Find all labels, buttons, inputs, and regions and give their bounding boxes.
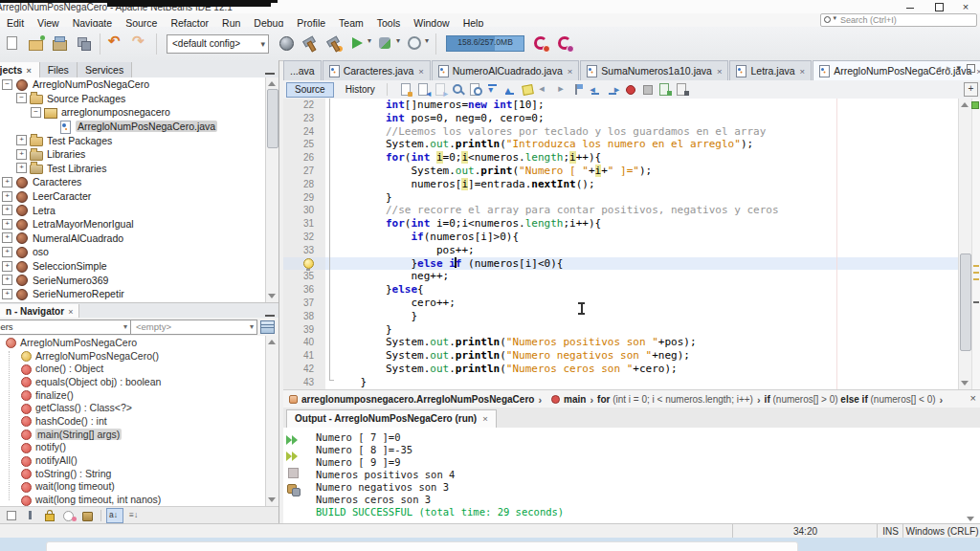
tree-item[interactable]: +Caracteres [0, 175, 265, 189]
tree-item[interactable]: +LeerCaracter [0, 189, 265, 204]
expand-icon[interactable]: + [16, 135, 27, 145]
search-input[interactable] [838, 14, 974, 26]
editor-tab[interactable]: ...ava [283, 60, 322, 80]
code-line[interactable]: 42 System.out.println("Numeros ceros son… [283, 363, 980, 376]
code-line[interactable]: 23 int pos=0, neg=0, cero=0; [283, 112, 980, 125]
scroll-down-icon[interactable] [967, 517, 974, 521]
scrollbar-thumb[interactable] [960, 253, 971, 351]
warning-mark[interactable] [973, 265, 979, 267]
line-number[interactable]: 35 [283, 270, 325, 283]
next-occurrence-icon[interactable] [485, 82, 500, 97]
left-tab-projects[interactable]: Projects× [0, 62, 40, 78]
start-macro-icon[interactable] [623, 82, 637, 97]
profile-project-icon[interactable] [406, 34, 429, 53]
scroll-down-icon[interactable] [268, 294, 276, 298]
tree-item[interactable]: +Letra [0, 203, 265, 217]
collapse-icon[interactable]: − [2, 79, 12, 90]
code-line[interactable]: 24 //Leemos los valores por teclado y lo… [283, 125, 980, 139]
code-panel[interactable]: 22 int[]numeros=new int[10];23 int pos=0… [283, 99, 980, 389]
profiler-snapshot-1-icon[interactable] [533, 34, 551, 53]
stop-icon[interactable] [285, 466, 301, 479]
line-number[interactable]: 22 [283, 99, 325, 112]
insert-mode[interactable]: INS [877, 524, 903, 539]
collapse-icon[interactable]: − [31, 107, 41, 118]
new-project-icon[interactable] [27, 34, 45, 53]
breadcrumb-item[interactable]: arreglonumposnegacero.ArregloNumPosNegaC… [301, 394, 534, 405]
code-line[interactable]: 30 //se recorre el array para contar pos… [283, 204, 980, 217]
expand-icon[interactable]: + [2, 219, 12, 230]
maximize-button[interactable] [928, 0, 949, 13]
debug-project-icon[interactable] [377, 34, 400, 53]
error-stripe[interactable] [971, 99, 980, 389]
code-line[interactable]: 32 if(numeros[i]>0){ [283, 231, 980, 244]
line-number[interactable]: 39 [283, 323, 325, 337]
find-icon[interactable] [451, 82, 465, 97]
maximize-editor-icon[interactable] [967, 64, 975, 73]
tree-item[interactable]: ArregloNumPosNegaCero.java [0, 120, 265, 134]
sort-alpha-icon[interactable] [106, 508, 123, 523]
stop-macro-icon[interactable] [640, 82, 655, 97]
tree-item[interactable]: +SerieNumeroRepetir [0, 287, 265, 301]
close-tab-icon[interactable]: × [568, 66, 573, 77]
globe-icon[interactable] [278, 34, 296, 53]
tree-item[interactable]: −ArregloNumPosNegaCero [0, 77, 265, 92]
code-line[interactable]: 37 cero++; [283, 297, 980, 310]
breadcrumb-item[interactable]: if (numeros[] > 0) else if (numeros[] < … [765, 394, 936, 405]
close-tab-icon[interactable]: × [418, 66, 424, 77]
title-bar[interactable]: ArregloNumPosNegaCero - Apache NetBeans … [0, 0, 980, 14]
run-project-icon[interactable] [349, 34, 371, 53]
filter-combobox[interactable]: <empty> [130, 320, 257, 335]
navigator-member[interactable]: ArregloNumPosNegaCero() [0, 349, 265, 363]
line-number[interactable]: 41 [283, 349, 325, 363]
line-number[interactable]: 26 [283, 151, 325, 165]
output-panel[interactable]: Numero [ 7 ]=0Numero [ 8 ]=-35Numero [ 9… [283, 428, 980, 523]
shift-right-icon[interactable] [606, 82, 620, 97]
config-combobox[interactable]: <default config> [167, 34, 269, 54]
save-all-icon[interactable] [75, 34, 93, 53]
expand-icon[interactable]: + [2, 205, 12, 215]
navigator-member[interactable]: clone() : Object [0, 362, 265, 375]
line-number[interactable]: 36 [283, 283, 325, 297]
code-line[interactable]: 35 neg++; [283, 270, 980, 283]
redo-icon[interactable] [131, 34, 149, 53]
code-line[interactable]: 39 } [283, 323, 980, 337]
code-line[interactable]: }else if (numeros[i]<0){ [283, 257, 980, 271]
minimize-panel-icon[interactable] [265, 65, 275, 75]
scroll-down-icon[interactable] [961, 381, 969, 386]
show-inherited-icon[interactable] [4, 509, 19, 522]
navigator-member[interactable]: notify() [0, 441, 265, 454]
line-number[interactable]: 31 [283, 217, 325, 231]
memory-indicator[interactable]: 158.6/257.0MB [446, 35, 524, 52]
line-number[interactable]: 33 [283, 244, 325, 257]
code-line[interactable]: 29 } [283, 191, 980, 205]
editor-tab[interactable]: SumaNumeros1a10.java× [580, 60, 728, 80]
editor-tab[interactable]: Letra.java× [729, 60, 812, 80]
expand-icon[interactable]: + [2, 191, 12, 202]
line-number[interactable]: 23 [283, 112, 325, 125]
line-number[interactable]: 29 [283, 191, 325, 205]
navigator-scrollbar[interactable] [265, 336, 278, 506]
editor-tab[interactable]: Caracteres.java× [323, 60, 431, 80]
show-inner-classes-icon[interactable] [80, 509, 96, 522]
code-line[interactable]: 33 pos++; [283, 244, 980, 257]
line-ending-indicator[interactable]: Windows (CRLF) [902, 524, 980, 539]
expand-icon[interactable]: + [16, 149, 27, 160]
open-project-icon[interactable] [51, 34, 69, 53]
code-line[interactable]: 43 } [283, 376, 980, 389]
toggle-bookmark-icon[interactable] [571, 82, 586, 97]
warning-mark[interactable] [973, 278, 979, 280]
code-line[interactable]: 41 System.out.println("Numero negativos … [283, 349, 980, 363]
profiler-snapshot-2-icon[interactable] [557, 34, 575, 53]
rerun-icon[interactable] [285, 433, 301, 447]
table-view-icon[interactable] [260, 320, 275, 334]
close-tab-icon[interactable]: × [800, 66, 806, 77]
expand-icon[interactable]: + [2, 232, 12, 243]
expand-icon[interactable]: + [2, 177, 12, 187]
line-number[interactable]: 28 [283, 178, 325, 191]
navigator-member[interactable]: wait(long timeout, int nanos) [0, 493, 265, 506]
navigator-member[interactable]: equals(Object obj) : boolean [0, 375, 265, 388]
expand-icon[interactable]: + [2, 247, 12, 257]
close-icon[interactable]: × [26, 66, 31, 76]
tree-item[interactable]: +SeleccionSimple [0, 259, 265, 274]
tree-item[interactable]: +LetraMayorMenorIgual [0, 217, 265, 231]
